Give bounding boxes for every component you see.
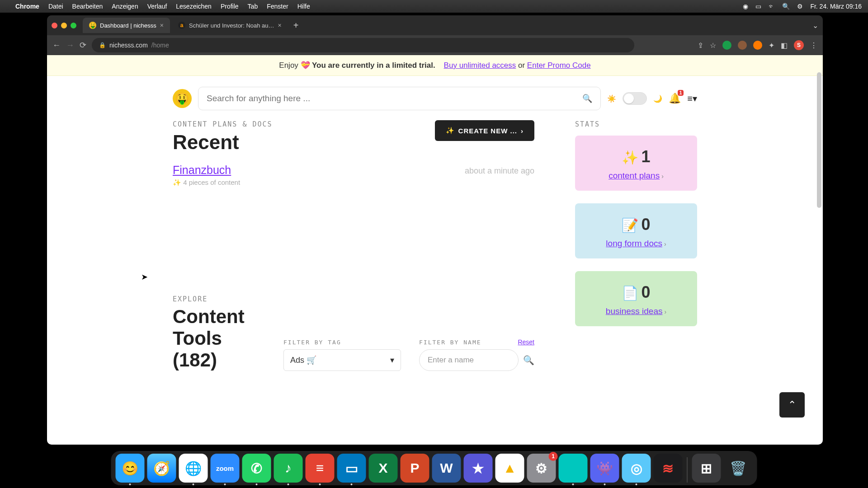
extension-icon[interactable] xyxy=(738,41,747,50)
scroll-to-top-button[interactable]: ⌃ xyxy=(779,392,805,418)
theme-toggle[interactable] xyxy=(623,92,647,105)
search-icon[interactable]: 🔍 xyxy=(523,355,534,366)
dock-app-teal[interactable] xyxy=(559,454,588,483)
tab-title: Schüler und Investor: Noah au… xyxy=(189,22,274,29)
dock-todoist[interactable]: ≡ xyxy=(306,454,335,483)
dock-drive[interactable]: ▲ xyxy=(495,454,524,483)
status-search-icon[interactable]: 🔍 xyxy=(782,3,790,10)
filter-name-input[interactable]: Enter a name xyxy=(419,349,519,371)
address-bar: ← → ⟳ 🔒 nichesss.com/home ⇪ ☆ ✦ ◧ S ⋮ xyxy=(47,35,823,55)
dock-settings[interactable]: ⚙1 xyxy=(527,454,556,483)
dock-trash[interactable]: 🗑️ xyxy=(724,454,753,483)
sparkle-icon: ✨ xyxy=(446,127,455,135)
url-host: nichesss.com xyxy=(109,42,148,49)
dock-app-blue[interactable]: ◎ xyxy=(622,454,651,483)
status-battery-icon[interactable]: ▭ xyxy=(755,3,761,10)
filter-name-placeholder: Enter a name xyxy=(428,356,474,365)
bookmark-icon[interactable]: ☆ xyxy=(710,41,716,50)
scrollbar-thumb[interactable] xyxy=(817,72,821,208)
stat-link[interactable]: content plans xyxy=(609,171,660,180)
page-viewport: Enjoy 💝 You are currently in a limited t… xyxy=(47,55,823,445)
dock-imovie[interactable]: ★ xyxy=(464,454,493,483)
stat-card-long-form-docs[interactable]: 📝0 long form docs› xyxy=(575,203,697,258)
menu-hilfe[interactable]: Hilfe xyxy=(297,3,310,10)
page-scrollbar[interactable] xyxy=(816,55,823,445)
tab-favicon-icon: a xyxy=(178,22,185,29)
status-record-icon[interactable]: ◉ xyxy=(743,3,748,10)
minimize-window-button[interactable] xyxy=(61,23,67,28)
tab-title: Dashboard | nichesss xyxy=(100,22,156,29)
app-logo[interactable]: 🤑 xyxy=(173,89,192,108)
dock-launchpad[interactable]: ⊞ xyxy=(692,454,721,483)
menubar-app-name[interactable]: Chrome xyxy=(15,3,39,10)
status-control-center-icon[interactable]: ⚙ xyxy=(797,3,803,10)
recent-item-meta: ✨ 4 pieces of content xyxy=(173,178,240,187)
search-field-wrap[interactable]: 🔍 xyxy=(198,87,601,110)
extensions-menu-icon[interactable]: ✦ xyxy=(769,41,774,50)
promo-code-link[interactable]: Enter Promo Code xyxy=(527,61,591,70)
back-button[interactable]: ← xyxy=(52,41,61,50)
reload-button[interactable]: ⟳ xyxy=(80,40,86,50)
notifications-button[interactable]: 🔔 1 xyxy=(669,93,681,104)
dock-spotify[interactable]: ♪ xyxy=(274,454,303,483)
banner-text: Enjoy xyxy=(279,61,300,70)
chevron-up-icon: ⌃ xyxy=(788,399,796,411)
fullscreen-window-button[interactable] xyxy=(71,23,76,28)
dock-zoom[interactable]: zoom xyxy=(211,454,240,483)
stat-card-content-plans[interactable]: ✨1 content plans› xyxy=(575,136,697,191)
profile-avatar[interactable]: S xyxy=(794,40,804,50)
url-field[interactable]: 🔒 nichesss.com/home xyxy=(92,38,634,52)
create-new-button[interactable]: ✨ CREATE NEW ... › xyxy=(435,120,534,141)
status-wifi-icon[interactable]: ᯤ xyxy=(769,3,775,10)
close-window-button[interactable] xyxy=(52,23,57,28)
menu-datei[interactable]: Datei xyxy=(48,3,63,10)
dock-chrome[interactable]: 🌐 xyxy=(179,454,208,483)
stat-link[interactable]: business ideas xyxy=(606,306,663,316)
sidepanel-icon[interactable]: ◧ xyxy=(781,41,788,50)
share-icon[interactable]: ⇪ xyxy=(698,41,703,50)
buy-unlimited-link[interactable]: Buy unlimited access xyxy=(444,61,516,70)
new-tab-button[interactable]: + xyxy=(290,20,302,31)
dock-word[interactable]: W xyxy=(432,454,461,483)
reset-link[interactable]: Reset xyxy=(518,338,534,346)
tab-close-icon[interactable]: × xyxy=(160,22,164,29)
heart-icon: 💝 xyxy=(301,61,310,70)
menu-tab[interactable]: Tab xyxy=(248,3,258,10)
menu-profile[interactable]: Profile xyxy=(221,3,239,10)
lock-icon: 🔒 xyxy=(99,42,106,48)
sun-icon: ☀️ xyxy=(607,94,616,103)
sparkle-icon: ✨ xyxy=(622,150,638,165)
macos-menubar: Chrome Datei Bearbeiten Anzeigen Verlauf… xyxy=(0,0,868,13)
dock-discord[interactable]: 👾 xyxy=(590,454,619,483)
forward-button[interactable]: → xyxy=(66,41,74,50)
dock-excel[interactable]: X xyxy=(369,454,398,483)
menu-verlauf[interactable]: Verlauf xyxy=(147,3,167,10)
extension-icon[interactable] xyxy=(722,41,731,50)
search-icon[interactable]: 🔍 xyxy=(582,94,592,103)
tab-dashboard[interactable]: 🤑 Dashboard | nichesss × xyxy=(83,18,170,33)
stat-link[interactable]: long form docs xyxy=(606,239,662,248)
filter-tag-select[interactable]: Ads 🛒 ▾ xyxy=(283,349,401,371)
hamburger-menu-button[interactable]: ≡▾ xyxy=(687,93,697,104)
dock-safari[interactable]: 🧭 xyxy=(147,454,176,483)
chrome-menu-icon[interactable]: ⋮ xyxy=(810,41,817,50)
tab-strip: 🤑 Dashboard | nichesss × a Schüler und I… xyxy=(47,15,823,35)
tab-amazon[interactable]: a Schüler und Investor: Noah au… × xyxy=(172,18,288,33)
menubar-clock[interactable]: Fr. 24. März 09:16 xyxy=(810,3,862,10)
stat-card-business-ideas[interactable]: 📄0 business ideas› xyxy=(575,271,697,326)
menu-bearbeiten[interactable]: Bearbeiten xyxy=(72,3,103,10)
menu-fenster[interactable]: Fenster xyxy=(267,3,288,10)
dock-divider xyxy=(687,457,688,483)
search-input[interactable] xyxy=(207,94,582,103)
menu-lesezeichen[interactable]: Lesezeichen xyxy=(176,3,212,10)
tab-close-icon[interactable]: × xyxy=(278,22,282,29)
dock-powerpoint[interactable]: P xyxy=(401,454,429,483)
recent-item-title[interactable]: Finanzbuch xyxy=(173,164,231,176)
tabs-dropdown-icon[interactable]: ⌄ xyxy=(812,21,818,30)
dock-voice-memos[interactable]: ≋ xyxy=(654,454,683,483)
dock-whatsapp[interactable]: ✆ xyxy=(242,454,271,483)
extension-icon[interactable] xyxy=(753,41,762,50)
dock-trello[interactable]: ▭ xyxy=(337,454,366,483)
dock-finder[interactable]: 😊 xyxy=(116,454,145,483)
menu-anzeigen[interactable]: Anzeigen xyxy=(112,3,138,10)
